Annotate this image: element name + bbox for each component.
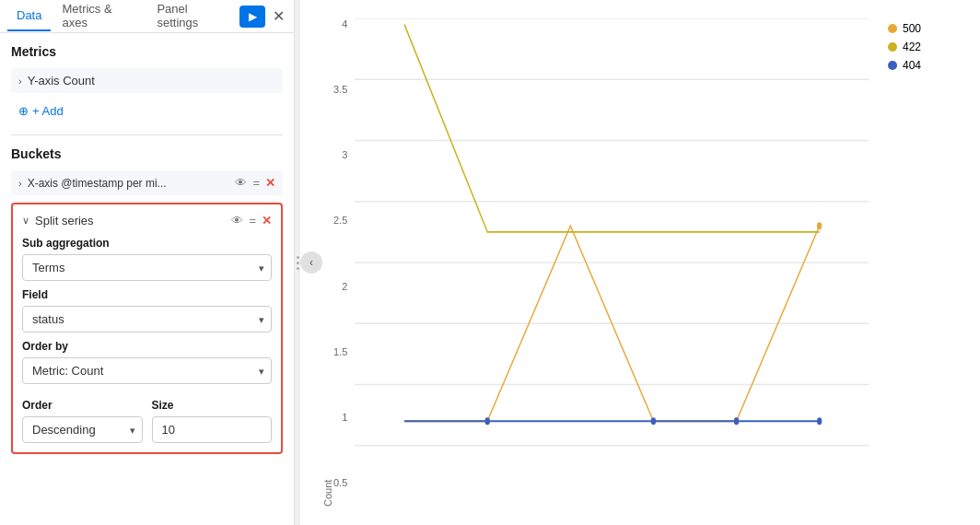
section-divider <box>11 134 283 135</box>
split-eye-icon-button[interactable]: 👁 <box>231 214 243 228</box>
y-tick: 0.5 <box>333 477 347 488</box>
chart-with-axes: Count 4 3.5 3 2.5 2 1.5 1 0.5 <box>319 18 869 507</box>
chart-svg <box>355 18 869 507</box>
legend-item-422: 422 <box>888 41 962 53</box>
size-input-wrapper <box>152 416 273 443</box>
order-field: Order Descending Ascending ▾ <box>22 391 143 443</box>
legend-item-500: 500 <box>888 22 962 35</box>
tab-data[interactable]: Data <box>7 1 51 31</box>
order-by-label: Order by <box>22 340 272 353</box>
y-tick: 2 <box>342 281 347 292</box>
legend-label-500: 500 <box>903 22 921 35</box>
order-label: Order <box>22 399 143 412</box>
split-series-icons: 👁 = ✕ <box>231 214 272 228</box>
svg-point-12 <box>651 417 656 425</box>
chevron-down-icon: ∨ <box>22 215 29 227</box>
svg-point-10 <box>817 222 822 229</box>
sub-aggregation-select-wrapper: Terms Significant Terms Filters Range ▾ <box>22 254 272 281</box>
add-label: + Add <box>32 104 64 118</box>
y-tick: 1 <box>342 412 347 423</box>
y-tick: 2.5 <box>333 215 347 226</box>
add-metric-button[interactable]: ⊕ + Add <box>11 99 71 123</box>
legend-dot-500 <box>888 24 897 33</box>
chart-container <box>355 18 869 507</box>
chevron-right-icon: › <box>18 178 22 189</box>
split-equals-icon-button[interactable]: = <box>249 214 256 228</box>
close-button[interactable]: ✕ <box>271 6 286 27</box>
field-label: Field <box>22 288 272 301</box>
tab-bar: Data Metrics & axes Panel settings ▶ ✕ <box>0 0 294 33</box>
legend-label-404: 404 <box>903 59 921 72</box>
right-panel: ‹ Count 4 3.5 3 2.5 2 1.5 1 0.5 <box>300 0 980 525</box>
sub-aggregation-select[interactable]: Terms Significant Terms Filters Range <box>22 254 272 281</box>
split-series-header: ∨ Split series 👁 = ✕ <box>22 214 272 228</box>
y-tick: 1.5 <box>333 346 347 357</box>
resize-dots <box>297 256 299 270</box>
chart-area: Count 4 3.5 3 2.5 2 1.5 1 0.5 <box>319 18 962 507</box>
equals-icon-button[interactable]: = <box>252 176 260 190</box>
left-panel: Data Metrics & axes Panel settings ▶ ✕ M… <box>0 0 295 525</box>
legend-item-404: 404 <box>888 59 962 72</box>
split-series-box: ∨ Split series 👁 = ✕ Sub aggregation Ter… <box>11 203 283 454</box>
metrics-title: Metrics <box>11 44 283 59</box>
legend-dot-404 <box>888 61 897 70</box>
resize-dot <box>297 256 299 259</box>
y-tick: 4 <box>342 18 347 29</box>
order-size-row: Order Descending Ascending ▾ Size <box>22 391 272 443</box>
remove-split-icon[interactable]: ✕ <box>262 214 272 228</box>
svg-point-14 <box>817 417 822 425</box>
legend: 500 422 404 <box>888 18 962 507</box>
metric-label: Y-axis Count <box>28 74 95 88</box>
remove-xaxis-icon[interactable]: ✕ <box>265 176 275 190</box>
tab-actions: ▶ ✕ <box>239 6 286 28</box>
order-by-select[interactable]: Metric: Count Custom Metric Alphabetical <box>22 357 272 384</box>
xaxis-row-icons: 👁 = ✕ <box>235 176 275 190</box>
legend-label-422: 422 <box>903 41 921 53</box>
field-select[interactable]: status method response <box>22 306 272 332</box>
eye-icon-button[interactable]: 👁 <box>235 176 247 190</box>
size-input[interactable] <box>152 416 273 443</box>
panel-content: Metrics › Y-axis Count ⊕ + Add Buckets ›… <box>0 33 294 525</box>
xaxis-bucket-label: X-axis @timestamp per mi... <box>28 177 230 190</box>
legend-dot-422 <box>888 42 897 52</box>
resize-dot <box>297 262 299 264</box>
size-field: Size <box>152 391 273 443</box>
split-series-title: Split series <box>35 214 226 228</box>
size-label: Size <box>152 399 273 412</box>
xaxis-bucket-row[interactable]: › X-axis @timestamp per mi... 👁 = ✕ <box>11 170 283 195</box>
plus-icon: ⊕ <box>18 104 29 118</box>
svg-point-13 <box>734 417 739 425</box>
order-select-wrapper: Descending Ascending ▾ <box>22 416 143 443</box>
order-by-select-wrapper: Metric: Count Custom Metric Alphabetical… <box>22 357 272 384</box>
sub-aggregation-label: Sub aggregation <box>22 237 272 250</box>
order-select[interactable]: Descending Ascending <box>22 416 143 443</box>
metric-item[interactable]: › Y-axis Count <box>11 68 283 93</box>
y-axis: 4 3.5 3 2.5 2 1.5 1 0.5 <box>333 18 355 507</box>
y-axis-label: Count <box>319 18 333 507</box>
field-select-wrapper: status method response ▾ <box>22 306 272 332</box>
y-tick: 3 <box>342 149 347 160</box>
resize-dot <box>297 267 299 270</box>
y-tick: 3.5 <box>333 84 347 95</box>
play-button[interactable]: ▶ <box>239 6 265 28</box>
svg-point-11 <box>485 417 490 425</box>
chevron-right-icon: › <box>18 76 22 87</box>
buckets-title: Buckets <box>11 146 283 161</box>
